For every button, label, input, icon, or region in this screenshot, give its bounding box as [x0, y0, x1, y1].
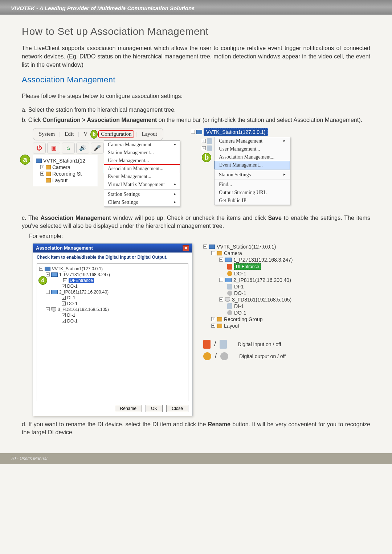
folder-icon — [46, 178, 51, 182]
dialog-instruction: Check item to enable/disable the Digital… — [33, 253, 192, 262]
res-station[interactable]: −VVTK_Station1(127.0.0.1) — [203, 243, 319, 250]
tree-station-label: VVTK_Station1(12 — [43, 158, 85, 164]
dlg-cam1[interactable]: −1_PZ7131(192.168.3.247) — [39, 272, 186, 278]
folder-icon — [217, 251, 222, 255]
lead-text: Please follow the steps below to configu… — [22, 92, 370, 100]
menuitem-station-settings[interactable]: Station Settings — [104, 190, 180, 198]
res-cam1[interactable]: −1_PZ7131(192.168.3.247) — [203, 257, 319, 263]
checkbox-icon[interactable] — [62, 284, 66, 288]
menuitem-client-settings[interactable]: Client Settings — [104, 198, 180, 206]
dialog-row: Association Management ✕ Check item to e… — [33, 243, 370, 416]
home-icon[interactable]: ⌂ — [62, 143, 75, 153]
menuitem-event-mgmt[interactable]: Event Management... — [104, 173, 180, 181]
menu-layout[interactable]: Layout — [140, 130, 160, 138]
res-cam2[interactable]: −2_IP8161(172.16.200.40) — [203, 277, 319, 283]
ctx-station-settings[interactable]: Station Settings — [215, 171, 290, 179]
res-do1-c[interactable]: DO-1 — [203, 309, 319, 316]
legend-di-label: Digital input on / off — [238, 341, 281, 347]
speaker-icon[interactable]: 🔊 — [76, 143, 89, 153]
menuitem-association-mgmt[interactable]: Association Management... — [104, 164, 180, 173]
minus-icon[interactable]: − — [191, 130, 195, 134]
context-menu: Camera Management User Management... Ass… — [214, 137, 290, 205]
menu-system[interactable]: System — [37, 130, 57, 138]
step-b-pre: b. Click — [22, 117, 42, 123]
dlg-cam3[interactable]: −3_FD8161(192.168.5.105) — [39, 307, 186, 312]
menu-configuration[interactable]: Configuration — [98, 130, 134, 138]
do-off-icon — [227, 310, 232, 315]
tree-plus-row[interactable]: + — [202, 138, 212, 144]
power-icon[interactable]: ⏻ — [33, 143, 46, 153]
dlg-di1-c[interactable]: DI-1 — [39, 312, 186, 318]
ctx-event-mgmt[interactable]: Event Management... — [215, 161, 290, 169]
ctx-camera-mgmt[interactable]: Camera Management — [215, 137, 290, 145]
plus-icon[interactable]: + — [40, 172, 44, 176]
camera-icon — [51, 272, 58, 277]
crop-icon[interactable]: ▣ — [47, 143, 60, 153]
plus-icon[interactable]: + — [40, 165, 44, 169]
dlg-di-entrance[interactable]: d DI-Entrance — [39, 278, 186, 283]
result-column: −VVTK_Station1(127.0.0.1) −Camera −1_PZ7… — [203, 243, 319, 416]
menuitem-station-mgmt[interactable]: Station Management... — [104, 149, 180, 157]
res-camera[interactable]: −Camera — [203, 250, 319, 257]
res-di-entrance[interactable]: DI-Entrance — [203, 263, 319, 270]
dlg-do1-b[interactable]: DO-1 — [39, 301, 186, 307]
tree-plus-row[interactable]: + — [202, 145, 212, 151]
close-button[interactable]: Close — [166, 405, 188, 412]
menuitem-virtual-matrix[interactable]: Virtual Matrix Management — [104, 181, 180, 189]
camera-icon — [225, 258, 232, 262]
res-layout[interactable]: +Layout — [203, 323, 319, 329]
camera-icon — [51, 290, 58, 294]
do-off-icon — [220, 352, 228, 360]
di-off-icon — [220, 340, 227, 349]
checkbox-icon[interactable] — [62, 319, 66, 323]
monitor-icon — [36, 159, 42, 163]
res-do1-a[interactable]: DO-1 — [203, 270, 319, 277]
close-icon[interactable]: ✕ — [183, 245, 189, 251]
dlg-cam2[interactable]: −2_IP8161(172.16.200.40) — [39, 289, 186, 295]
tree-recording-row[interactable]: + Recording St — [36, 171, 95, 177]
di-off-icon — [227, 303, 232, 309]
ctx-get-public-ip[interactable]: Get Public IP — [215, 197, 290, 205]
brand-text: VIVOTEK - A Leading Provider of Multimed… — [11, 5, 195, 11]
station-selected-label[interactable]: VVTK_Station1(127.0.0.1) — [204, 128, 268, 136]
dome-camera-icon — [51, 307, 56, 312]
section-title: Association Management — [22, 75, 370, 85]
tree-camera-row[interactable]: + Camera — [36, 164, 95, 171]
res-di1-b[interactable]: DI-1 — [203, 283, 319, 290]
tree-layout-row[interactable]: Layout — [36, 177, 95, 184]
dome-camera-icon — [225, 297, 230, 302]
ctx-find[interactable]: Find... — [215, 181, 290, 189]
menuitem-user-mgmt[interactable]: User Management... — [104, 157, 180, 165]
dlg-station[interactable]: −VVTK_Station1(127.0.0.1) — [39, 266, 186, 272]
rename-button[interactable]: Rename — [115, 405, 142, 412]
menu-view[interactable]: V — [81, 130, 90, 138]
checkbox-icon[interactable] — [62, 313, 66, 317]
tree-station-row[interactable]: VVTK_Station1(12 — [36, 157, 95, 164]
generic-icon — [207, 138, 212, 144]
checkbox-icon[interactable] — [63, 278, 67, 282]
res-cam3[interactable]: −3_FD8161(192.168.5.105) — [203, 296, 319, 303]
checkbox-icon[interactable] — [62, 296, 66, 300]
folder-icon — [46, 172, 51, 176]
mic-icon[interactable]: 🎤 — [91, 143, 104, 153]
ctx-output-url[interactable]: Output Streaming URL — [215, 189, 290, 197]
ok-button[interactable]: OK — [146, 405, 163, 412]
dlg-do1-c[interactable]: DO-1 — [39, 318, 186, 324]
dialog-buttons: Rename OK Close — [33, 401, 192, 416]
step-b-bold: Configuration > Association Management — [42, 117, 157, 123]
checkbox-icon[interactable] — [62, 301, 66, 305]
res-recording[interactable]: +Recording Group — [203, 316, 319, 323]
example-label: For example: — [22, 232, 370, 240]
do-on-icon — [203, 352, 211, 360]
menu-edit[interactable]: Edit — [62, 130, 76, 138]
ctx-association-mgmt[interactable]: Association Management... — [215, 153, 290, 161]
menuitem-camera-mgmt[interactable]: Camera Management — [104, 141, 180, 149]
dlg-do1-a[interactable]: DO-1 — [39, 283, 186, 289]
res-do1-b[interactable]: DO-1 — [203, 290, 319, 296]
marker-b-menubar: b — [90, 130, 98, 139]
ctx-user-mgmt[interactable]: User Management... — [215, 145, 290, 153]
dlg-di1-b[interactable]: DI-1 — [39, 295, 186, 301]
page-title: How to Set up Association Management — [22, 26, 370, 37]
step-b: b. Click Configuration > Association Man… — [22, 116, 370, 124]
res-di1-c[interactable]: DI-1 — [203, 303, 319, 309]
